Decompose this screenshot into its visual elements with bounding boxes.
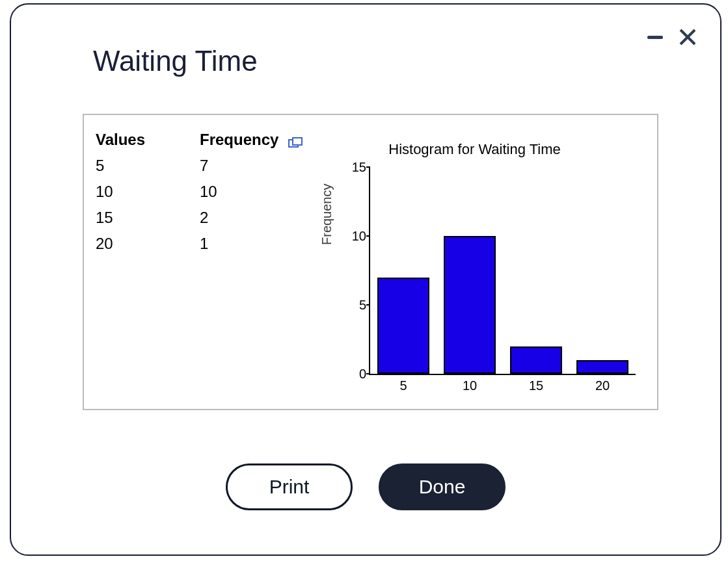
svg-rect-3 xyxy=(293,138,302,145)
frequency-table: Values Frequency 5 7 10 10 xyxy=(84,115,318,409)
histogram-bar xyxy=(510,346,562,374)
table-cell-value: 10 xyxy=(96,179,200,205)
chart-title: Histogram for Waiting Time xyxy=(318,141,631,158)
window-controls xyxy=(647,28,697,46)
histogram-bar xyxy=(444,236,496,374)
histogram-bar xyxy=(576,360,628,374)
histogram-plot: 0510155101520 xyxy=(369,167,636,375)
minimize-icon[interactable] xyxy=(647,36,663,39)
table-row: 15 2 xyxy=(96,205,318,231)
table-header-frequency-label: Frequency xyxy=(200,131,278,148)
table-row: 20 1 xyxy=(96,231,318,257)
table-cell-freq: 10 xyxy=(200,179,304,205)
close-icon[interactable] xyxy=(679,28,697,46)
y-tick-label: 0 xyxy=(344,367,366,382)
x-tick-label: 5 xyxy=(399,378,407,393)
x-tick-label: 10 xyxy=(463,378,477,393)
done-button[interactable]: Done xyxy=(379,463,506,510)
table-cell-value: 15 xyxy=(96,205,200,231)
y-tick-label: 15 xyxy=(344,160,366,175)
page-title: Waiting Time xyxy=(93,45,258,77)
y-tick-label: 10 xyxy=(344,229,366,244)
table-cell-freq: 1 xyxy=(200,231,304,257)
print-button[interactable]: Print xyxy=(226,463,353,510)
table-cell-freq: 2 xyxy=(200,205,304,231)
x-tick-label: 20 xyxy=(595,378,610,393)
table-header-values: Values xyxy=(96,127,200,153)
copy-icon[interactable] xyxy=(288,135,303,152)
table-cell-value: 5 xyxy=(96,153,200,179)
table-header-row: Values Frequency xyxy=(96,127,318,153)
histogram-bar xyxy=(377,278,429,374)
content-panel: Values Frequency 5 7 10 10 xyxy=(83,114,658,410)
table-header-frequency: Frequency xyxy=(200,127,304,153)
y-axis-label: Frequency xyxy=(319,184,334,246)
dialog-buttons: Print Done xyxy=(11,463,720,510)
x-tick-label: 15 xyxy=(529,378,543,393)
chart-area: Histogram for Waiting Time Frequency 051… xyxy=(318,115,657,409)
dialog: Waiting Time Values Frequency 5 7 xyxy=(10,3,721,556)
table-cell-value: 20 xyxy=(96,231,200,257)
table-row: 5 7 xyxy=(96,153,318,179)
y-tick-label: 5 xyxy=(344,298,366,313)
table-cell-freq: 7 xyxy=(200,153,304,179)
table-row: 10 10 xyxy=(96,179,318,205)
